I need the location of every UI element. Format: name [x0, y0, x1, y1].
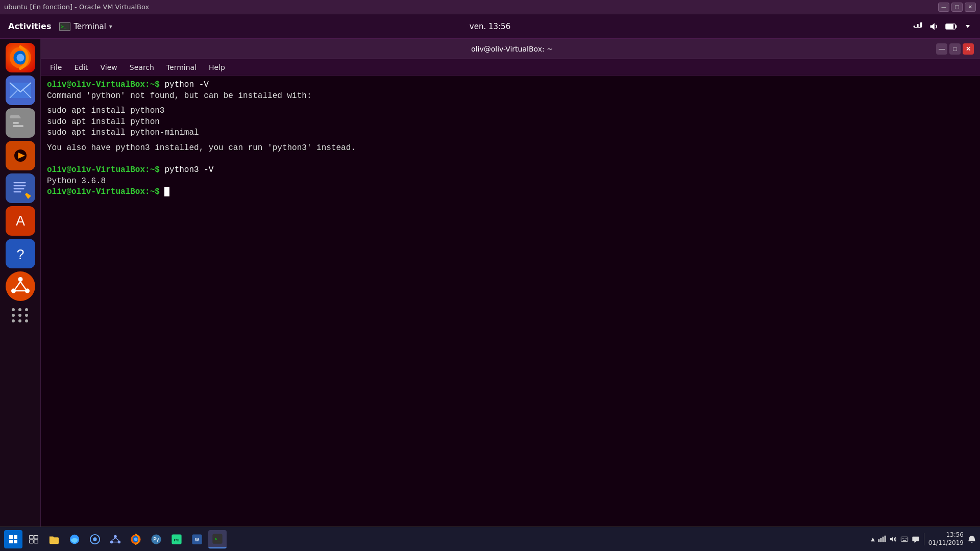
terminal-line-4: sudo apt install python [47, 117, 974, 128]
terminal-taskbar-item[interactable]: >_ Terminal ▾ [59, 22, 112, 31]
firefox-taskbar-button[interactable] [127, 530, 145, 548]
svg-line-55 [115, 538, 119, 541]
svg-rect-43 [14, 540, 17, 543]
menu-edit[interactable]: Edit [69, 61, 93, 73]
apps-dot [12, 308, 15, 311]
clock-date: 01/11/2019 [928, 539, 964, 547]
terminal-minimize-button[interactable]: — [936, 43, 947, 55]
sidebar: A ? [0, 39, 41, 527]
svg-rect-24 [13, 182, 26, 183]
word-icon: W [191, 534, 203, 545]
terminal-label-text: Terminal [74, 22, 106, 31]
terminal-maximize-button[interactable]: □ [949, 43, 961, 55]
menu-terminal[interactable]: Terminal [161, 61, 202, 73]
sidebar-item-files[interactable] [6, 108, 35, 138]
terminal-line-7: You also have python3 installed, you can… [47, 143, 974, 154]
battery-icon[interactable] [945, 21, 958, 32]
terminal-title: oliv@oliv-VirtualBox: ~ [88, 45, 936, 53]
panel-menu-icon[interactable] [964, 22, 972, 31]
svg-text:PC: PC [174, 538, 180, 542]
menu-search[interactable]: Search [125, 61, 159, 73]
terminal-line-3: sudo apt install python3 [47, 106, 974, 117]
dropdown-arrow-icon: ▾ [109, 23, 112, 30]
sidebar-item-writer[interactable] [6, 173, 35, 203]
titlebar-close[interactable]: ✕ [965, 3, 976, 12]
tray-network-icon[interactable] [878, 535, 886, 543]
activities-button[interactable]: Activities [8, 21, 51, 31]
tray-separator [924, 533, 924, 545]
terminal-line-9: oliv@oliv-VirtualBox:~$ python3 -V [47, 165, 974, 176]
network-icon[interactable] [913, 21, 923, 32]
svg-point-51 [114, 535, 117, 538]
prompt-2: oliv@oliv-VirtualBox:~$ [47, 165, 160, 174]
apps-dot [18, 319, 21, 322]
system-tray: ▲ [871, 535, 920, 543]
sidebar-item-help[interactable]: ? [6, 239, 35, 268]
apps-grid-button[interactable] [8, 304, 33, 327]
svg-marker-5 [930, 23, 935, 30]
clock-time: 13:56 [928, 531, 964, 539]
terminal-line-11: oliv@oliv-VirtualBox:~$ [47, 187, 974, 198]
svg-rect-68 [878, 539, 879, 542]
titlebar-maximize[interactable]: □ [951, 3, 963, 12]
taskbar-clock[interactable]: 13:56 01/11/2019 [928, 531, 964, 547]
tray-keyboard-icon[interactable] [900, 535, 909, 543]
cmd-2: python3 -V [160, 165, 214, 174]
notification-icon[interactable] [968, 535, 976, 543]
svg-rect-44 [30, 535, 33, 539]
svg-marker-9 [966, 25, 970, 28]
terminal-close-button[interactable]: ✕ [963, 43, 974, 55]
svg-text:Py: Py [153, 537, 159, 542]
explorer-button[interactable] [45, 530, 63, 548]
terminal-content[interactable]: oliv@oliv-VirtualBox:~$ python -V Comman… [41, 76, 980, 527]
network-button[interactable] [106, 530, 125, 548]
svg-rect-40 [9, 535, 13, 539]
firefox-taskbar-icon [130, 534, 141, 545]
svg-rect-17 [13, 122, 19, 124]
tray-expand-icon[interactable]: ▲ [871, 536, 875, 542]
menu-file[interactable]: File [45, 61, 67, 73]
pycharm-icon: PC [171, 534, 182, 545]
svg-rect-8 [955, 25, 957, 28]
python-icon: Py [151, 534, 162, 545]
terminal-window-controls: — □ ✕ [936, 43, 974, 55]
tray-volume-icon[interactable] [889, 535, 897, 543]
menu-view[interactable]: View [95, 61, 122, 73]
cmd-1: python -V [160, 80, 209, 89]
svg-point-34 [18, 277, 22, 282]
terminal-install-block: sudo apt install python3 sudo apt instal… [47, 106, 974, 139]
terminal-line-5: sudo apt install python-minimal [47, 128, 974, 139]
volume-icon[interactable] [929, 21, 939, 32]
sidebar-item-ubuntu[interactable] [6, 271, 35, 301]
sidebar-item-firefox[interactable] [6, 43, 35, 72]
terminal-window: oliv@oliv-VirtualBox: ~ — □ ✕ File Edit … [41, 39, 980, 527]
tray-chat-icon[interactable] [912, 535, 920, 543]
terminal-taskbar-button[interactable]: >_ [208, 530, 227, 548]
system-tray-top [913, 21, 972, 32]
sidebar-item-appstore[interactable]: A [6, 206, 35, 236]
apps-dot [12, 319, 15, 322]
pycharm-button[interactable]: PC [167, 530, 186, 548]
browser-button[interactable] [65, 530, 84, 548]
svg-rect-45 [34, 535, 38, 539]
menu-help[interactable]: Help [204, 61, 230, 73]
taskbar: Py PC W >_ ▲ [0, 527, 980, 551]
svg-rect-70 [882, 536, 884, 542]
control-panel-button[interactable] [86, 530, 104, 548]
terminal-taskbar-icon: >_ [212, 533, 223, 544]
start-button[interactable] [4, 530, 22, 548]
main-area: A ? [0, 39, 980, 527]
svg-text:?: ? [16, 247, 24, 262]
task-view-button[interactable] [24, 530, 43, 548]
svg-rect-73 [901, 537, 908, 541]
titlebar-minimize[interactable]: — [938, 3, 949, 12]
network-taskbar-icon [110, 534, 121, 545]
windows-logo-icon [9, 535, 18, 544]
word-button[interactable]: W [188, 530, 206, 548]
sidebar-item-mail[interactable] [6, 76, 35, 105]
terminal-titlebar: oliv@oliv-VirtualBox: ~ — □ ✕ [41, 39, 980, 59]
sidebar-item-rhythmbox[interactable] [6, 141, 35, 170]
terminal-line-2: Command 'python' not found, but can be i… [47, 91, 974, 102]
python-button[interactable]: Py [147, 530, 165, 548]
apps-dot [18, 308, 21, 311]
